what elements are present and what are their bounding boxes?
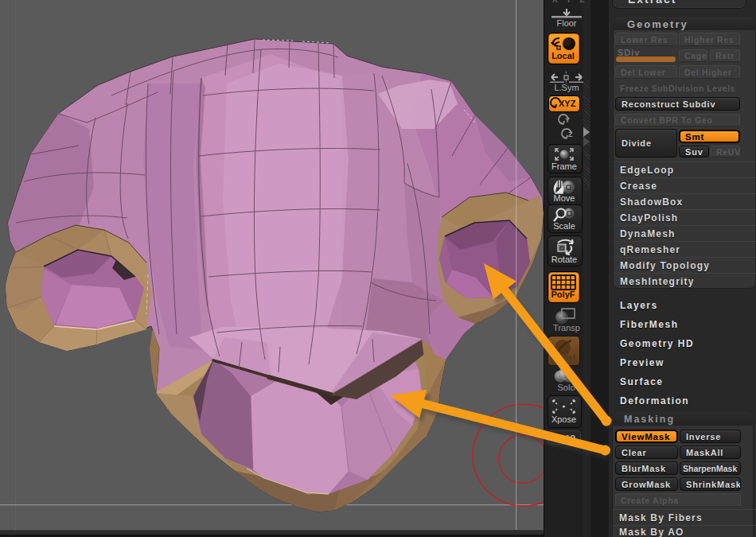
svg-text:Y: Y: [565, 116, 570, 124]
svg-text:Z: Z: [568, 130, 573, 138]
